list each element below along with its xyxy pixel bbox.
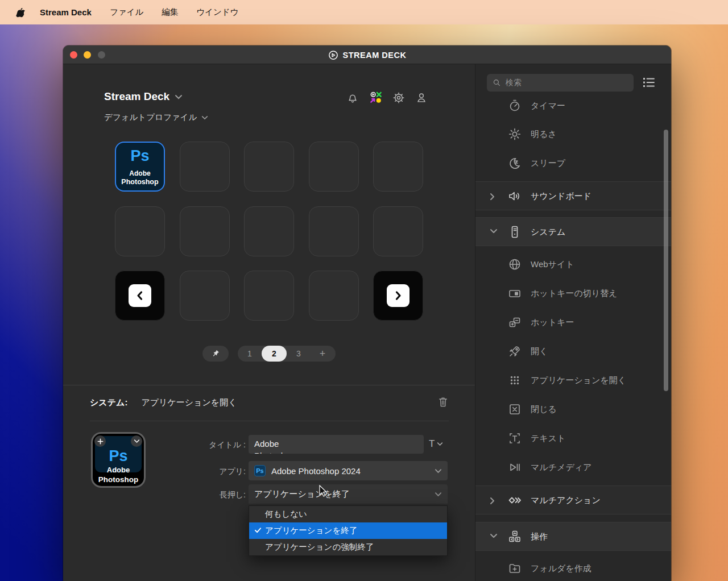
empty-key[interactable] — [115, 206, 165, 256]
operation-icon — [507, 529, 522, 544]
notifications-bell-icon[interactable] — [346, 92, 359, 104]
menu-file[interactable]: ファイル — [110, 7, 143, 18]
empty-key[interactable] — [180, 142, 230, 192]
sidebar-category-label: 操作 — [531, 532, 548, 542]
pin-page-button[interactable] — [202, 346, 229, 362]
preview-ps-glyph: Ps — [93, 447, 144, 465]
sidebar-item-label: マルチメディア — [531, 462, 592, 473]
profile-selector[interactable]: デフォルトプロファイル — [104, 112, 208, 123]
text-icon — [507, 431, 522, 446]
app-select[interactable]: Ps Adobe Photoshop 2024 — [249, 461, 448, 480]
sidebar-item-open-application[interactable]: アプリケーションを開く — [475, 366, 671, 395]
gear-icon[interactable] — [392, 92, 405, 104]
chevron-down-icon — [490, 533, 498, 538]
chevron-down-icon — [175, 94, 183, 99]
sidebar-item-open[interactable]: 開く — [475, 337, 671, 366]
app-select-value: Adobe Photoshop 2024 — [271, 466, 361, 476]
system-icon — [507, 225, 522, 239]
empty-key[interactable] — [373, 142, 423, 192]
title-input[interactable]: Adobe Photoshop — [249, 435, 424, 454]
key-preview[interactable]: Ps Adobe Photoshop — [91, 432, 146, 488]
sidebar-item-close[interactable]: 閉じる — [475, 395, 671, 424]
main-pane: Stream Deck デフォルトプロファイル — [63, 64, 475, 581]
sidebar-item-brightness[interactable]: 明るさ — [475, 120, 671, 149]
brightness-icon — [507, 127, 522, 142]
menu-edit[interactable]: 編集 — [162, 7, 178, 18]
add-image-button[interactable] — [94, 435, 106, 447]
empty-key[interactable] — [309, 206, 359, 256]
page-2-button-active[interactable]: 2 — [262, 346, 287, 362]
actions-list: タイマー 明るさ — [475, 97, 671, 581]
sidebar-item-hotkey[interactable]: ホットキー — [475, 308, 671, 337]
title-value-line2: Photoshop — [254, 450, 418, 454]
longpress-select-value: アプリケーションを終了 — [254, 489, 350, 500]
longpress-select[interactable]: アプリケーションを終了 — [249, 484, 448, 504]
longpress-field-label: 長押し: — [177, 490, 246, 500]
list-view-icon[interactable] — [642, 77, 656, 88]
empty-key[interactable] — [373, 206, 423, 256]
menu-option-quit-app-selected[interactable]: アプリケーションを終了 — [249, 522, 447, 539]
sidebar-item-text[interactable]: テキスト — [475, 424, 671, 453]
stream-deck-logo-icon — [328, 50, 338, 60]
trash-icon[interactable] — [437, 396, 449, 408]
empty-key[interactable] — [244, 271, 294, 321]
multi-action-icon — [507, 493, 522, 508]
sidebar-category-soundboard[interactable]: サウンドボード — [475, 181, 671, 210]
timer-icon — [507, 98, 522, 113]
sidebar-item-timer[interactable]: タイマー — [475, 97, 671, 121]
menu-option-force-quit-app[interactable]: アプリケーションの強制終了 — [249, 539, 447, 555]
chevron-right-icon — [490, 497, 495, 505]
menubar-app-name[interactable]: Stream Deck — [40, 7, 92, 17]
menu-option-do-nothing[interactable]: 何もしない — [249, 506, 447, 522]
empty-key[interactable] — [309, 142, 359, 192]
sidebar-item-label: Webサイト — [531, 259, 574, 270]
sidebar-item-sleep[interactable]: スリープ — [475, 149, 671, 178]
title-format-button[interactable]: T — [429, 438, 443, 450]
sidebar-category-operation[interactable]: 操作 — [475, 522, 671, 551]
key-next-page[interactable] — [373, 271, 423, 321]
key-photoshop[interactable]: Ps Adobe Photoshop — [115, 142, 165, 192]
menu-window[interactable]: ウインドウ — [196, 7, 238, 18]
chevron-right-icon — [490, 193, 495, 201]
photoshop-label-line1: Adobe — [116, 169, 164, 177]
empty-key[interactable] — [180, 206, 230, 256]
create-folder-icon — [507, 561, 522, 576]
empty-key[interactable] — [244, 206, 294, 256]
add-page-button[interactable]: + — [311, 348, 334, 360]
panel-divider — [63, 385, 475, 385]
close-icon — [507, 402, 522, 417]
page-3-button[interactable]: 3 — [287, 349, 311, 358]
page-switcher: 1 2 3 + — [238, 346, 336, 362]
page-1-button[interactable]: 1 — [238, 349, 262, 358]
image-options-button[interactable] — [131, 435, 142, 447]
marketplace-icon[interactable] — [369, 91, 382, 104]
sidebar-item-multimedia[interactable]: マルチメディア — [475, 453, 671, 482]
window-titlebar[interactable]: STREAM DECK — [63, 45, 671, 64]
sidebar-item-hotkey-switch[interactable]: ホットキーの切り替え — [475, 279, 671, 308]
cursor-arrow-icon — [319, 485, 329, 499]
device-selector[interactable]: Stream Deck — [104, 90, 183, 103]
sidebar-item-label: フォルダを作成 — [531, 563, 592, 574]
chevron-down-icon — [134, 439, 140, 443]
sidebar-item-label: 閉じる — [531, 404, 557, 415]
key-previous-page[interactable] — [115, 271, 165, 321]
preview-label-line1: Adobe — [93, 466, 144, 474]
sidebar-item-label: ホットキーの切り替え — [531, 288, 617, 299]
apple-icon[interactable] — [16, 7, 25, 18]
search-input[interactable]: 検索 — [487, 74, 634, 92]
chevron-down-icon — [435, 492, 442, 497]
sleep-icon — [507, 156, 522, 171]
hotkey-icon — [507, 315, 522, 330]
empty-key[interactable] — [309, 271, 359, 321]
empty-key[interactable] — [180, 271, 230, 321]
sidebar-item-label: 開く — [531, 346, 548, 357]
empty-key[interactable] — [244, 142, 294, 192]
menu-option-label: アプリケーションを終了 — [265, 525, 357, 536]
chevron-left-icon — [129, 284, 151, 307]
sidebar-item-create-folder[interactable]: フォルダを作成 — [475, 554, 671, 581]
profile-icon[interactable] — [415, 92, 428, 104]
sidebar-category-system[interactable]: システム — [475, 217, 671, 246]
sidebar-item-website[interactable]: Webサイト — [475, 250, 671, 279]
sidebar-category-multi-action[interactable]: マルチアクション — [475, 485, 671, 514]
sidebar-scrollbar[interactable] — [664, 130, 668, 391]
